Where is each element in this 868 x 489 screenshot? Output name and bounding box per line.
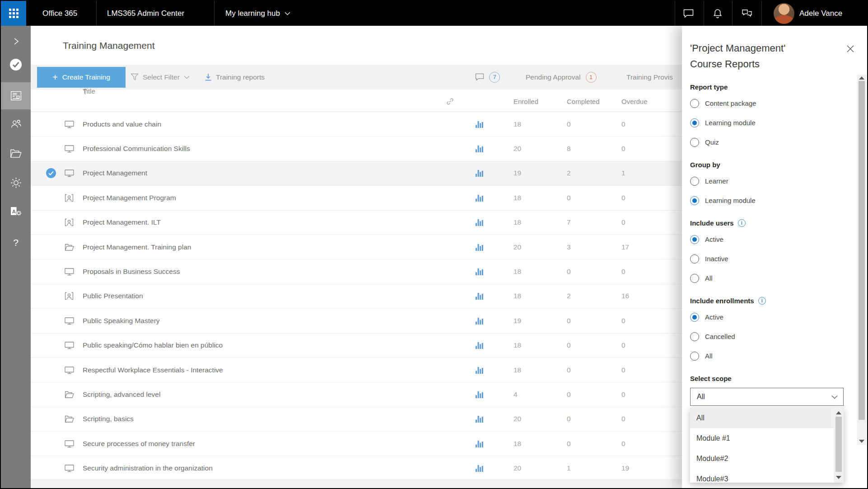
radio-option-all[interactable]: All	[690, 268, 844, 288]
radio-option-active[interactable]: Active	[690, 307, 844, 327]
app-launcher-button[interactable]	[1, 1, 26, 26]
enrolled-value: 18	[513, 218, 521, 226]
panel-scrollbar[interactable]	[857, 75, 866, 445]
sidebar-item-training-management[interactable]	[1, 82, 31, 109]
scroll-down-icon[interactable]	[836, 476, 841, 479]
training-title-link[interactable]: Respectful Workplace Essentials - Intera…	[83, 366, 223, 374]
training-title-link[interactable]: Scripting, basics	[83, 415, 134, 423]
radio-option-content-package[interactable]: Content package	[690, 94, 844, 113]
radio-option-all[interactable]: All	[690, 346, 844, 366]
training-reports-button[interactable]: Training reports	[205, 65, 265, 89]
chat-icon[interactable]	[683, 1, 694, 26]
training-title-link[interactable]: Products and value chain	[83, 120, 161, 128]
dropdown-option-all[interactable]: All	[690, 408, 844, 428]
user-name[interactable]: Adele Vance	[799, 1, 842, 26]
column-header-overdue[interactable]: Overdue	[621, 91, 648, 112]
brand-office365[interactable]: Office 365	[42, 1, 77, 26]
radio-option-cancelled[interactable]: Cancelled	[690, 327, 844, 346]
radio-option-learning-module[interactable]: Learning module	[690, 191, 844, 210]
report-chart-icon[interactable]	[476, 391, 483, 398]
report-chart-icon[interactable]	[476, 415, 483, 423]
selected-check-icon[interactable]	[46, 168, 56, 178]
conversations-icon[interactable]	[742, 1, 752, 26]
radio-option-learner[interactable]: Learner	[690, 171, 844, 191]
report-chart-icon[interactable]	[476, 219, 483, 226]
sidebar-item-users[interactable]	[1, 110, 31, 137]
report-chart-icon[interactable]	[476, 268, 483, 275]
report-chart-icon[interactable]	[476, 121, 483, 128]
dropdown-option-module-2[interactable]: Module#2	[690, 448, 844, 469]
training-title-link[interactable]: Security administration in the organizat…	[83, 464, 213, 472]
radio-option-label: Learning module	[705, 119, 756, 127]
sidebar-item-home[interactable]	[1, 51, 31, 78]
sidebar-item-course-catalog[interactable]	[1, 140, 31, 167]
training-title-link[interactable]: Scripting, advanced level	[83, 390, 160, 399]
radio-selected-icon[interactable]	[690, 235, 699, 244]
radio-selected-icon[interactable]	[690, 118, 699, 127]
report-chart-icon[interactable]	[476, 367, 483, 374]
training-title-link[interactable]: Proposals in Business Success	[83, 268, 180, 276]
panel-scrollbar-thumb[interactable]	[859, 81, 865, 420]
close-icon[interactable]	[846, 45, 854, 54]
scroll-up-icon[interactable]	[859, 76, 864, 80]
info-icon[interactable]: i	[758, 297, 766, 305]
dropdown-option-module-1[interactable]: Module #1	[690, 428, 844, 448]
training-provisioning-button[interactable]: Training Provis	[626, 65, 673, 89]
scroll-up-icon[interactable]	[836, 411, 841, 414]
report-chart-icon[interactable]	[476, 317, 483, 324]
app-title[interactable]: LMS365 Admin Center	[107, 1, 184, 26]
training-title-link[interactable]: Project Management Program	[83, 194, 176, 202]
training-title-link[interactable]: Project Management	[83, 169, 147, 177]
sidebar-item-help[interactable]: ?	[1, 229, 31, 256]
dropdown-scrollbar-thumb[interactable]	[835, 417, 842, 472]
radio-selected-icon[interactable]	[690, 313, 699, 322]
report-chart-icon[interactable]	[476, 465, 483, 472]
report-chart-icon[interactable]	[476, 440, 483, 447]
training-title-link[interactable]: Public speaking/Cómo hablar bien en públ…	[83, 341, 223, 349]
radio-unselected-icon[interactable]	[690, 274, 699, 283]
radio-option-active[interactable]: Active	[690, 230, 844, 249]
completed-value: 0	[567, 366, 571, 374]
column-header-completed[interactable]: Completed	[567, 91, 600, 112]
training-title-link[interactable]: Project Management. Training plan	[83, 243, 191, 251]
select-filter-button[interactable]: Select Filter	[131, 65, 190, 89]
scope-select[interactable]: All	[690, 388, 844, 406]
hub-menu-button[interactable]: My learning hub	[225, 1, 290, 26]
dropdown-option-module-3[interactable]: Module#3	[690, 469, 844, 483]
radio-option-learning-module[interactable]: Learning module	[690, 113, 844, 132]
pending-approval-button[interactable]: Pending Approval 1	[526, 65, 597, 89]
training-title-link[interactable]: Project Management. ILT	[83, 218, 161, 226]
sidebar-item-settings[interactable]	[1, 169, 31, 196]
bell-icon[interactable]	[713, 1, 722, 26]
sidebar-item-expand[interactable]	[1, 28, 31, 55]
report-chart-icon[interactable]	[476, 292, 483, 300]
radio-unselected-icon[interactable]	[690, 332, 699, 341]
column-header-enrolled[interactable]: Enrolled	[513, 91, 538, 112]
user-avatar[interactable]	[774, 3, 794, 24]
radio-unselected-icon[interactable]	[690, 254, 699, 263]
radio-unselected-icon[interactable]	[690, 177, 699, 186]
report-chart-icon[interactable]	[476, 244, 483, 251]
radio-unselected-icon[interactable]	[690, 138, 699, 147]
info-icon[interactable]: i	[738, 219, 746, 227]
training-title-link[interactable]: Professional Communication Skills	[83, 145, 190, 153]
report-chart-icon[interactable]	[476, 342, 483, 349]
training-title-link[interactable]: Secure processes of money transfer	[83, 440, 195, 448]
create-training-button[interactable]: + Create Training	[37, 67, 126, 88]
comments-button[interactable]: 7	[475, 65, 500, 89]
radio-unselected-icon[interactable]	[690, 99, 699, 108]
report-chart-icon[interactable]	[476, 194, 483, 202]
training-title-link[interactable]: Public Presentation	[83, 292, 143, 300]
page-title: Training Management	[63, 40, 155, 51]
radio-option-inactive[interactable]: Inactive	[690, 249, 844, 268]
filter-funnel-icon	[131, 73, 139, 81]
dropdown-scrollbar[interactable]	[834, 408, 844, 483]
report-chart-icon[interactable]	[476, 145, 483, 152]
sidebar-item-language[interactable]: A	[1, 198, 31, 225]
radio-option-quiz[interactable]: Quiz	[690, 132, 844, 152]
radio-selected-icon[interactable]	[690, 196, 699, 205]
radio-unselected-icon[interactable]	[690, 352, 699, 361]
report-chart-icon[interactable]	[476, 169, 483, 177]
training-title-link[interactable]: Public Speaking Mastery	[83, 317, 160, 325]
scroll-down-icon[interactable]	[859, 440, 864, 443]
